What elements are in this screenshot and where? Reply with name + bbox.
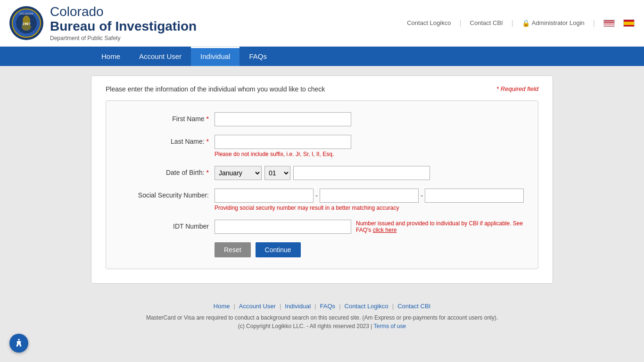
dob-row: Date of Birth: * January February March … — [120, 166, 524, 180]
ssn-label: Social Security Number: — [120, 189, 215, 199]
idt-group: Number issued and provided to individual… — [215, 220, 524, 234]
continue-button[interactable]: Continue — [256, 242, 301, 257]
required-note: * Required field — [496, 85, 538, 92]
reset-button[interactable]: Reset — [215, 242, 251, 257]
header-left: 1967 COLORADO Colorado Bureau of Investi… — [9, 5, 197, 41]
last-name-field: Please do not include suffix, i.e. Jr, S… — [215, 135, 524, 157]
form-header: Please enter the information of the indi… — [106, 85, 538, 93]
footer-account-user-link[interactable]: Account User — [239, 303, 276, 310]
svg-point-7 — [18, 339, 20, 341]
dob-field: January February March April May June Ju… — [215, 166, 524, 180]
header: 1967 COLORADO Colorado Bureau of Investi… — [0, 0, 644, 47]
footer-div5: | — [392, 303, 394, 310]
dob-required: * — [206, 169, 209, 176]
first-name-required: * — [206, 115, 209, 123]
footer-div1: | — [233, 303, 235, 310]
first-name-label: First Name * — [120, 112, 215, 123]
divider1: | — [459, 19, 461, 27]
footer-individual-link[interactable]: Individual — [285, 303, 311, 310]
ssn-part1-input[interactable] — [215, 189, 314, 203]
button-group: Reset Continue — [120, 242, 524, 257]
main-content: Please enter the information of the indi… — [91, 75, 553, 284]
footer-links: Home | Account User | Individual | FAQs … — [9, 303, 635, 310]
ssn-part3-input[interactable] — [425, 189, 524, 203]
form-container: First Name * Last Name: * Please do not … — [106, 100, 538, 269]
idt-note: Number issued and provided to individual… — [356, 220, 524, 233]
org-title: Colorado Bureau of Investigation Departm… — [50, 5, 197, 41]
nav-faqs[interactable]: FAQs — [239, 47, 276, 66]
org-name-line1: Colorado — [50, 5, 197, 19]
footer-payment-note: MasterCard or Visa are required to condu… — [9, 314, 635, 321]
idt-row: IDT Number Number issued and provided to… — [120, 220, 524, 234]
flag-us-icon[interactable] — [603, 19, 615, 27]
idt-label: IDT Number — [120, 220, 215, 230]
footer-div3: | — [314, 303, 316, 310]
footer-copyright: (c) Copyright Logikko LLC. - All rights … — [9, 323, 635, 329]
ssn-group: - - — [215, 189, 524, 203]
ssn-row: Social Security Number: - - Providing so… — [120, 189, 524, 211]
first-name-row: First Name * — [120, 112, 524, 126]
last-name-required: * — [206, 138, 209, 145]
terms-of-use-link[interactable]: Terms of use — [374, 323, 406, 329]
dob-month-select[interactable]: January February March April May June Ju… — [215, 166, 262, 180]
svg-text:1967: 1967 — [22, 22, 31, 26]
dob-year-input[interactable] — [293, 166, 430, 180]
contact-cbi-link[interactable]: Contact CBI — [470, 19, 503, 26]
last-name-label: Last Name: * — [120, 135, 215, 145]
svg-text:COLORADO: COLORADO — [20, 12, 33, 15]
nav-account-user[interactable]: Account User — [130, 47, 191, 66]
idt-faq-link[interactable]: click here — [373, 227, 397, 233]
footer-home-link[interactable]: Home — [214, 303, 230, 310]
footer-contact-logikco-link[interactable]: Contact Logikco — [345, 303, 388, 310]
header-right: Contact Logikco | Contact CBI | 🔒 Admini… — [407, 19, 635, 27]
admin-login-link[interactable]: 🔒 Administrator Login — [522, 19, 585, 27]
idt-field: Number issued and provided to individual… — [215, 220, 524, 234]
org-subtitle: Department of Public Safety — [50, 35, 197, 41]
first-name-field — [215, 112, 524, 126]
idt-input[interactable] — [215, 220, 351, 234]
dob-group: January February March April May June Ju… — [215, 166, 524, 180]
dob-day-select[interactable]: 01020304 05060708 09101112 13141516 1718… — [264, 166, 290, 180]
contact-logikco-link[interactable]: Contact Logikco — [407, 19, 451, 26]
ssn-dash1: - — [315, 191, 318, 200]
org-name-line2: Bureau of Investigation — [50, 19, 197, 34]
footer-contact-cbi-link[interactable]: Contact CBI — [397, 303, 430, 310]
logo: 1967 COLORADO — [9, 6, 43, 40]
last-name-input[interactable] — [215, 135, 351, 149]
dob-label: Date of Birth: * — [120, 166, 215, 176]
last-name-row: Last Name: * Please do not include suffi… — [120, 135, 524, 157]
nav-home[interactable]: Home — [92, 47, 130, 66]
footer-div4: | — [339, 303, 340, 310]
nav-individual[interactable]: Individual — [191, 47, 239, 66]
divider2: | — [512, 19, 513, 27]
main-nav: Home Account User Individual FAQs — [0, 47, 644, 66]
footer-faqs-link[interactable]: FAQs — [320, 303, 336, 310]
footer-div2: | — [280, 303, 281, 310]
accessibility-button[interactable] — [9, 334, 28, 353]
lock-icon: 🔒 — [522, 19, 530, 27]
ssn-dash2: - — [421, 191, 423, 200]
footer: Home | Account User | Individual | FAQs … — [0, 293, 644, 341]
divider3: | — [593, 19, 595, 27]
ssn-part2-input[interactable] — [320, 189, 419, 203]
last-name-hint: Please do not include suffix, i.e. Jr, S… — [215, 151, 524, 157]
first-name-input[interactable] — [215, 112, 351, 126]
flag-es-icon[interactable] — [623, 19, 635, 27]
ssn-hint: Providing social security number may res… — [215, 205, 524, 211]
ssn-field: - - Providing social security number may… — [215, 189, 524, 211]
form-description: Please enter the information of the indi… — [106, 85, 325, 93]
